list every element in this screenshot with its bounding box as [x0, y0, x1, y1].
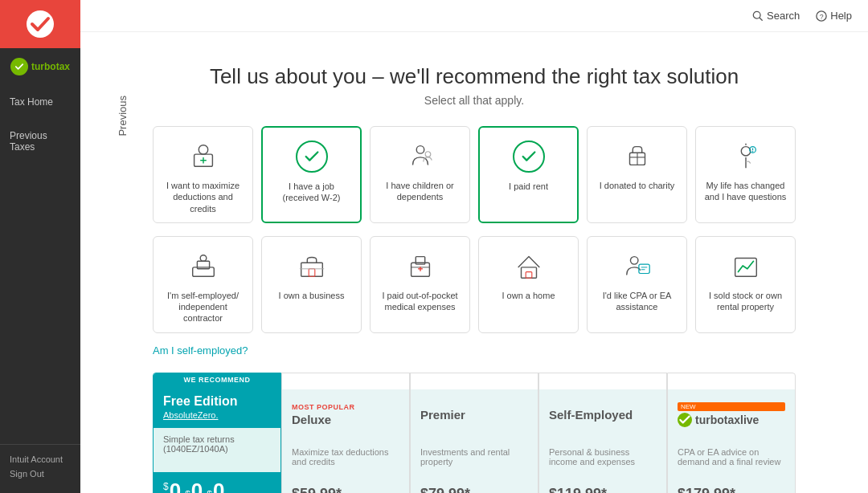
option-paid-rent[interactable]: I paid rent [478, 126, 579, 223]
svg-point-11 [425, 152, 431, 157]
own-business-icon [294, 248, 330, 283]
spacer [539, 373, 666, 389]
previous-button[interactable]: Previous [80, 89, 164, 142]
paid-rent-icon [511, 139, 547, 174]
children-label: I have children or dependents [377, 180, 463, 203]
self-emp-description: Personal & business income and expenses [539, 441, 666, 479]
options-grid-row1: I want to maximize deductions and credit… [153, 126, 796, 223]
cpa-ea-icon [620, 248, 655, 283]
deluxe-price: $59.99* [292, 486, 399, 493]
option-have-job[interactable]: I have a job (received W-2) [261, 126, 362, 223]
life-changed-icon [728, 138, 764, 173]
help-action[interactable]: ? Help [816, 10, 852, 22]
checkmark-logo-icon [26, 10, 55, 39]
svg-text:?: ? [820, 12, 824, 20]
search-label: Search [767, 10, 800, 22]
absolute-zero: AbsoluteZero. [163, 410, 271, 420]
spacer [411, 373, 538, 389]
previous-label: Previous [117, 96, 129, 136]
deluxe-product-name: Deluxe [292, 413, 399, 426]
page-subtitle: Select all that apply. [153, 94, 796, 107]
free-price-display: $ 0 $ 0 $ 0 [163, 479, 271, 493]
self-emp-price: $119.99* [549, 486, 657, 493]
most-popular-badge: MOST POPULAR [292, 403, 399, 411]
children-icon [403, 138, 438, 173]
svg-line-3 [760, 18, 762, 20]
live-product-name: turbotaxlive [695, 414, 759, 426]
self-emp-header: Self-Employed [539, 389, 666, 441]
recommendations: WE RECOMMEND Free Edition AbsoluteZero. … [153, 373, 796, 493]
plan-free: WE RECOMMEND Free Edition AbsoluteZero. … [153, 373, 281, 493]
options-grid-row2: I'm self-employed/ independent contracto… [153, 236, 796, 333]
svg-point-10 [416, 146, 424, 154]
sidebar-item-previous-taxes[interactable]: Previous Taxes [0, 119, 80, 164]
sidebar-item-tax-home[interactable]: Tax Home [0, 85, 80, 119]
self-emp-pricing: $119.99* State additional [539, 479, 666, 493]
own-home-icon [511, 248, 547, 283]
plan-deluxe: MOST POPULAR Deluxe Maximize tax deducti… [281, 373, 410, 493]
option-own-business[interactable]: I own a business [261, 236, 362, 333]
free-pricing: $ 0 $ 0 $ 0 Fed State To File [154, 472, 280, 493]
life-changed-label: My life has changed and I have questions [702, 180, 788, 203]
self-employed-link[interactable]: Am I self-employed? [153, 344, 248, 357]
we-recommend-badge: WE RECOMMEND [154, 373, 280, 386]
medical-expenses-label: I paid out-of-pocket medical expenses [377, 290, 463, 313]
own-business-label: I own a business [279, 290, 345, 301]
premier-description: Investments and rental property [411, 441, 538, 479]
page-title: Tell us about you – we'll recommend the … [153, 64, 796, 89]
option-sold-stock[interactable]: I sold stock or own rental property [695, 236, 796, 333]
help-icon: ? [816, 10, 827, 22]
premier-pricing: $79.99* State additional [411, 479, 538, 493]
maximize-deductions-label: I want to maximize deductions and credit… [160, 180, 246, 214]
svg-rect-30 [521, 267, 536, 278]
option-maximize-deductions[interactable]: I want to maximize deductions and credit… [153, 126, 253, 223]
donated-charity-label: I donated to charity [600, 180, 675, 191]
plan-self-employed: Self-Employed Personal & business income… [538, 373, 667, 493]
sold-stock-icon [728, 248, 764, 283]
own-home-label: I own a home [502, 290, 555, 301]
option-donated-charity[interactable]: I donated to charity [587, 126, 687, 223]
option-medical-expenses[interactable]: I paid out-of-pocket medical expenses [370, 236, 470, 333]
svg-rect-31 [526, 271, 532, 278]
deluxe-header: MOST POPULAR Deluxe [282, 389, 409, 441]
option-own-home[interactable]: I own a home [478, 236, 579, 333]
self-employed-icon [186, 248, 221, 283]
intuit-account-link[interactable]: Intuit Account [10, 454, 71, 464]
svg-point-15 [741, 147, 750, 156]
premier-price: $79.99* [420, 486, 528, 493]
option-children[interactable]: I have children or dependents [370, 126, 470, 223]
plan-turbotax-live: NEW turbotaxlive CPA or EA advice on dem… [667, 373, 796, 493]
medical-expenses-icon [403, 248, 438, 283]
svg-point-7 [199, 145, 207, 154]
premier-product-name: Premier [420, 408, 528, 422]
option-life-changed[interactable]: My life has changed and I have questions [695, 126, 796, 223]
donated-charity-icon [620, 138, 655, 173]
main-content: Search ? Help Tell us about you – we'll … [80, 0, 868, 493]
sidebar-bottom: Intuit Account Sign Out [0, 444, 80, 493]
help-label: Help [830, 10, 852, 22]
svg-point-32 [630, 256, 638, 264]
self-employed-label: I'm self-employed/ independent contracto… [160, 290, 246, 324]
svg-point-23 [200, 255, 207, 262]
spacer [282, 373, 409, 389]
turbotax-logo-text: turbotax [10, 58, 70, 75]
svg-rect-33 [638, 264, 649, 273]
plan-premier: Premier Investments and rental property … [410, 373, 538, 493]
deluxe-description: Maximize tax deductions and credits [282, 441, 409, 479]
sidebar-nav: Tax Home Previous Taxes [0, 85, 80, 444]
sidebar-logo-area [0, 0, 80, 48]
have-job-label: I have a job (received W-2) [269, 181, 354, 204]
self-emp-product-name: Self-Employed [549, 408, 657, 422]
option-cpa-ea[interactable]: I'd like CPA or EA assistance [587, 236, 687, 333]
search-icon [752, 10, 764, 22]
svg-rect-24 [301, 263, 322, 276]
free-description: Simple tax returns (1040EZ/1040A) [154, 428, 280, 472]
option-self-employed[interactable]: I'm self-employed/ independent contracto… [153, 236, 253, 333]
sidebar: turbotax Tax Home Previous Taxes Intuit … [0, 0, 80, 493]
sign-out-link[interactable]: Sign Out [10, 469, 71, 479]
paid-rent-label: I paid rent [509, 181, 548, 192]
free-product-name: Free Edition [163, 394, 271, 409]
turbotax-brand: turbotax [0, 48, 80, 85]
search-action[interactable]: Search [752, 10, 800, 22]
top-header: Search ? Help [80, 0, 868, 32]
